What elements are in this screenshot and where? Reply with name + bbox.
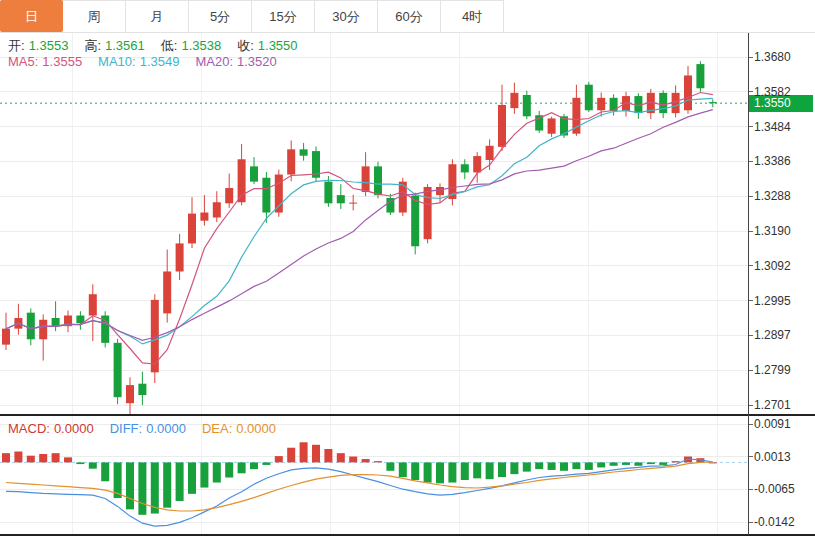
macd-bar	[324, 449, 332, 462]
candle-body	[362, 166, 370, 192]
macd-bar	[101, 462, 109, 481]
price-axis-label: 1.3386	[754, 154, 791, 168]
macd-bar	[138, 462, 146, 514]
macd-bar	[436, 462, 444, 483]
candle-body	[114, 343, 122, 397]
macd-bar	[510, 462, 518, 474]
tab-timeframe-6[interactable]: 60分	[378, 0, 441, 32]
macd-bar	[647, 462, 655, 464]
macd-bar	[64, 457, 72, 462]
macd-bar	[548, 462, 556, 470]
ma10-line	[6, 98, 713, 344]
price-axis-label: 1.2995	[754, 294, 791, 308]
candle-body	[684, 75, 692, 110]
macd-bar	[610, 462, 618, 465]
tab-timeframe-7[interactable]: 4时	[441, 0, 504, 32]
candle-body	[461, 164, 469, 172]
price-axis-label: 1.2799	[754, 363, 791, 377]
candle-body	[2, 329, 10, 345]
candle-body	[597, 98, 605, 110]
candle-body	[473, 156, 481, 172]
dea-line	[6, 462, 713, 511]
ma20-line	[6, 110, 713, 341]
candle-body	[126, 385, 134, 403]
tab-timeframe-5[interactable]: 30分	[315, 0, 378, 32]
macd-bar	[200, 462, 208, 487]
macd-bar	[275, 456, 283, 462]
kline-chart-app: 日周月5分15分30分60分4时 开:1.3553高:1.3561低:1.353…	[0, 0, 815, 539]
macd-bar	[473, 462, 481, 478]
macd-bar	[225, 462, 233, 477]
candle-body	[27, 313, 35, 340]
tab-timeframe-4[interactable]: 15分	[252, 0, 315, 32]
candle-body	[200, 213, 208, 221]
macd-bar	[362, 459, 370, 462]
candle-body	[225, 188, 233, 203]
macd-bar	[89, 462, 97, 468]
candle-body	[523, 95, 531, 116]
macd-bar	[52, 453, 60, 462]
candle-body	[262, 178, 270, 213]
macd-bar	[39, 454, 47, 462]
macd-bar	[337, 453, 345, 462]
candle-body	[696, 64, 704, 88]
candle-body	[709, 102, 717, 103]
price-axis-label: 1.2897	[754, 328, 791, 342]
macd-bar	[349, 457, 357, 463]
macd-bar	[176, 462, 184, 501]
price-axis-label: 1.3288	[754, 189, 791, 203]
candle-body	[436, 187, 444, 195]
macd-bar	[126, 462, 134, 509]
macd-bar	[14, 452, 22, 463]
macd-histogram	[2, 442, 717, 515]
candle-body	[498, 105, 506, 147]
macd-bar	[622, 462, 630, 465]
candle-body	[300, 149, 308, 155]
macd-bar	[374, 461, 382, 462]
price-axis: 1.3550 1.36801.35821.34841.33861.32881.3…	[748, 0, 815, 539]
tab-timeframe-3[interactable]: 5分	[189, 0, 252, 32]
candle-body	[659, 93, 667, 113]
candle-body	[349, 203, 357, 204]
macd-bar	[300, 442, 308, 462]
candle-body	[548, 118, 556, 133]
candle-body	[585, 85, 593, 111]
candle-body	[188, 214, 196, 244]
macd-bar	[535, 462, 543, 469]
macd-bar	[659, 462, 667, 465]
candle-body	[411, 195, 419, 246]
candle-body	[337, 195, 345, 203]
candle-body	[176, 243, 184, 271]
price-axis-label: 1.3484	[754, 120, 791, 134]
macd-bar	[287, 448, 295, 463]
ma5-line	[6, 93, 713, 365]
macd-bar	[560, 462, 568, 470]
macd-bar	[386, 462, 394, 470]
candle-body	[213, 202, 221, 217]
macd-bar	[523, 462, 531, 471]
candle-body	[287, 149, 295, 174]
macd-bar	[188, 462, 196, 493]
candle-body	[52, 318, 60, 326]
kline-chart-canvas[interactable]	[0, 33, 815, 539]
tab-timeframe-1[interactable]: 周	[63, 0, 126, 32]
candle-body	[39, 320, 47, 340]
tab-timeframe-0[interactable]: 日	[0, 0, 63, 32]
macd-bar	[399, 462, 407, 477]
candle-body	[510, 93, 518, 108]
macd-bar	[498, 462, 506, 477]
macd-bar	[2, 453, 10, 462]
macd-bar	[672, 461, 680, 462]
price-axis-label: 1.2701	[754, 398, 791, 412]
macd-axis-label: 0.0091	[754, 417, 791, 431]
macd-bar	[262, 462, 270, 465]
candle-body	[374, 166, 382, 195]
macd-bar	[213, 462, 221, 482]
chart-area: 开:1.3553高:1.3561低:1.3538收:1.3550 MA5:1.3…	[0, 33, 815, 539]
macd-bar	[250, 462, 258, 469]
tab-timeframe-2[interactable]: 月	[126, 0, 189, 32]
candle-body	[250, 166, 258, 181]
timeframe-tabbar: 日周月5分15分30分60分4时	[0, 0, 815, 33]
price-axis-label: 1.3190	[754, 224, 791, 238]
candle-body	[89, 294, 97, 315]
